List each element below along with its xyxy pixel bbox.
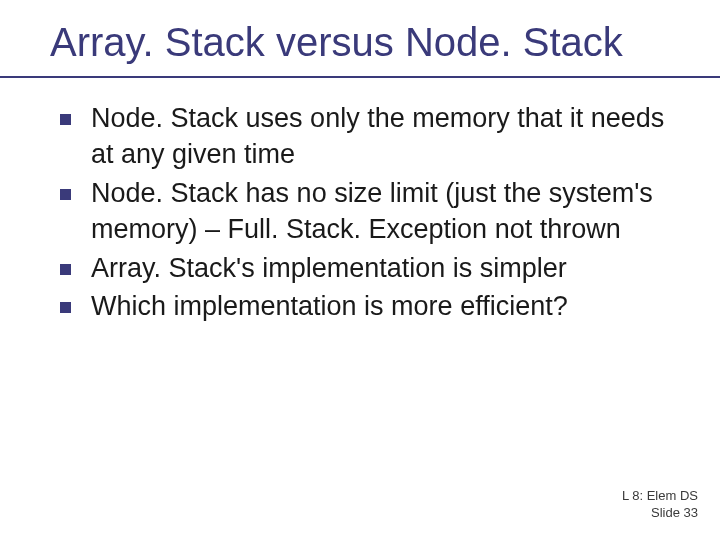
- square-bullet-icon: [60, 302, 71, 313]
- title-underline: [0, 76, 720, 78]
- footer-course: L 8: Elem DS: [622, 488, 698, 505]
- bullet-text: Node. Stack has no size limit (just the …: [91, 175, 690, 248]
- list-item: Array. Stack's implementation is simpler: [60, 250, 690, 286]
- square-bullet-icon: [60, 114, 71, 125]
- content-area: Node. Stack uses only the memory that it…: [60, 100, 690, 327]
- bullet-text: Which implementation is more efficient?: [91, 288, 568, 324]
- list-item: Which implementation is more efficient?: [60, 288, 690, 324]
- bullet-text: Node. Stack uses only the memory that it…: [91, 100, 690, 173]
- list-item: Node. Stack has no size limit (just the …: [60, 175, 690, 248]
- square-bullet-icon: [60, 189, 71, 200]
- slide-footer: L 8: Elem DS Slide 33: [622, 488, 698, 522]
- list-item: Node. Stack uses only the memory that it…: [60, 100, 690, 173]
- slide-title: Array. Stack versus Node. Stack: [50, 20, 623, 65]
- bullet-text: Array. Stack's implementation is simpler: [91, 250, 567, 286]
- square-bullet-icon: [60, 264, 71, 275]
- footer-slide-number: Slide 33: [622, 505, 698, 522]
- slide: { "title": "Array. Stack versus Node. St…: [0, 0, 720, 540]
